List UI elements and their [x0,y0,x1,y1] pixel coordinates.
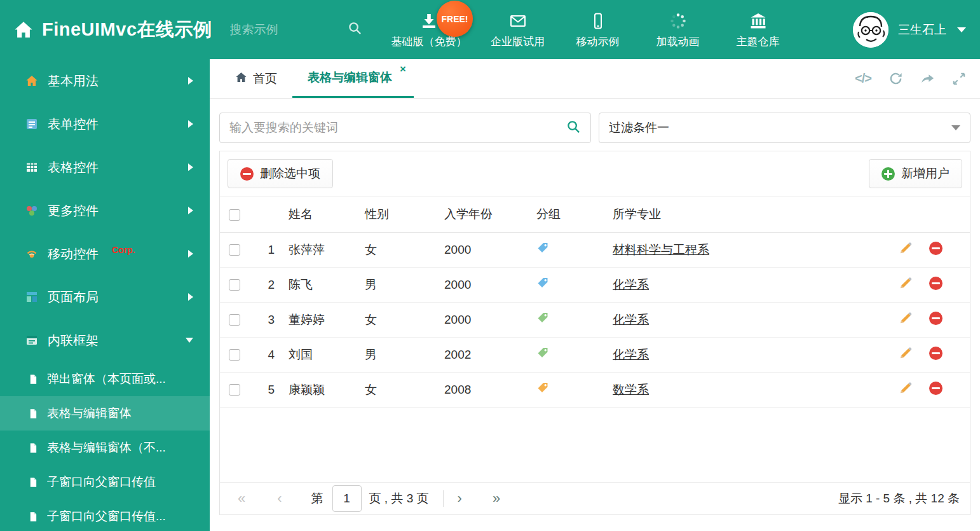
nav-loading-animation[interactable]: 加载动画 [649,11,707,49]
cell-name: 张萍萍 [289,232,365,267]
cell-year: 2000 [444,232,536,267]
delete-icon[interactable] [929,242,943,255]
sidebar-item-iframe[interactable]: 内联框架 [0,319,210,362]
edit-icon[interactable] [899,381,913,395]
column-header-year[interactable]: 入学年份 [444,197,536,232]
delete-icon[interactable] [929,312,943,325]
keyword-search-input[interactable] [229,121,566,135]
tab-actions: </> [855,59,980,98]
column-header-major[interactable]: 所学专业 [613,197,899,232]
next-page-button[interactable]: › [458,492,462,506]
sidebar-subitem-child-to-parent[interactable]: 子窗口向父窗口传值 [0,465,210,499]
row-checkbox[interactable] [229,349,240,361]
edit-icon[interactable] [899,311,913,325]
nav-mobile-demo[interactable]: 移动示例 [569,11,627,49]
chevron-right-icon [188,163,193,171]
row-index: 2 [252,267,289,302]
row-checkbox[interactable] [229,314,240,326]
row-checkbox[interactable] [229,384,240,396]
sidebar-subitem-grid-edit-window[interactable]: 表格与编辑窗体 [0,396,210,431]
delete-icon[interactable] [929,347,943,360]
column-header-name[interactable]: 姓名 [289,197,365,232]
sidebar-subitem-grid-edit-window-2[interactable]: 表格与编辑窗体（不... [0,431,210,465]
chevron-right-icon [188,207,193,214]
nav-label: 企业版试用 [491,34,545,49]
select-all-checkbox[interactable] [229,209,240,221]
cell-name: 陈飞 [289,267,365,302]
nav-enterprise-trial[interactable]: 企业版试用 [489,11,547,49]
user-menu[interactable]: 三生石上 [853,12,966,48]
table-row: 5 康颖颖 女 2008 数学系 [220,372,970,407]
cell-year: 2002 [444,337,536,372]
close-icon[interactable]: × [400,64,406,74]
download-icon [420,11,438,30]
sidebar-subitem-label: 表格与编辑窗体 [47,405,132,422]
row-checkbox[interactable] [229,279,240,291]
avatar [853,12,888,48]
expand-icon[interactable] [952,72,966,86]
cell-year: 2008 [444,372,536,407]
sidebar-subitem-popup-window[interactable]: 弹出窗体（本页面或... [0,362,210,396]
previous-page-button[interactable]: ‹ [277,492,282,506]
nav-label: 移动示例 [576,34,620,49]
delete-icon[interactable] [929,382,943,395]
mobile-icon [589,11,607,30]
sidebar-item-page-layout[interactable]: 页面布局 [0,275,210,319]
column-header-group[interactable]: 分组 [536,197,613,232]
sidebar-item-basic-usage[interactable]: 基本用法 [0,59,210,102]
sidebar-item-more-controls[interactable]: 更多控件 [0,189,210,232]
share-icon[interactable] [920,71,935,86]
page-number-input[interactable] [332,485,362,512]
cell-gender: 男 [365,337,444,372]
major-link[interactable]: 化学系 [613,313,649,326]
chevron-right-icon [188,250,193,258]
row-index: 1 [252,232,289,267]
table-row: 4 刘国 男 2002 化学系 [220,337,970,372]
row-checkbox[interactable] [229,244,240,256]
tab-grid-edit-window[interactable]: 表格与编辑窗体 × [292,59,414,98]
major-link[interactable]: 化学系 [613,278,649,291]
tab-home[interactable]: 首页 [220,59,292,98]
pagination-bar: « ‹ 第 页 , 共 3 页 › » 显示 1 - 5 条 , 共 12 条 [220,482,970,514]
major-link[interactable]: 化学系 [613,348,649,361]
brand[interactable]: FineUIMvc在线示例 [14,17,212,43]
form-icon [25,118,38,130]
table-header-row: 姓名 性别 入学年份 分组 所学专业 [220,197,970,232]
sidebar-item-mobile-controls[interactable]: 移动控件 Corp. [0,232,210,275]
edit-icon[interactable] [899,276,913,290]
delete-icon[interactable] [929,277,943,290]
nav-theme-store[interactable]: 主题仓库 [729,11,787,49]
tag-icon [536,382,549,394]
chevron-right-icon [188,293,193,301]
major-link[interactable]: 数学系 [613,383,649,396]
sidebar-subitem-child-to-parent-2[interactable]: 子窗口向父窗口传值... [0,499,210,531]
sidebar-item-grid-controls[interactable]: 表格控件 [0,146,210,189]
last-page-button[interactable]: » [493,492,500,506]
search-icon[interactable] [348,21,362,38]
keyword-search-box [219,113,591,143]
tag-icon [536,242,549,254]
add-user-button[interactable]: 新增用户 [869,159,962,188]
edit-icon[interactable] [899,346,913,360]
code-icon[interactable]: </> [855,71,871,86]
major-link[interactable]: 材料科学与工程系 [613,243,709,256]
top-search-input[interactable] [230,23,330,37]
page-label: 第 [311,490,323,507]
filter-dropdown[interactable]: 过滤条件一 [599,113,970,143]
panel-empty-space [220,408,970,483]
tab-label: 表格与编辑窗体 [308,69,392,86]
first-page-button[interactable]: « [238,492,245,506]
top-search [230,21,362,38]
sidebar-subitem-label: 子窗口向父窗口传值 [47,474,156,490]
column-header-gender[interactable]: 性别 [365,197,444,232]
refresh-icon[interactable] [888,71,903,86]
cell-gender: 女 [365,232,444,267]
sidebar-item-form-controls[interactable]: 表单控件 [0,102,210,146]
nav-label: 主题仓库 [737,34,780,49]
search-icon[interactable] [566,120,581,137]
edit-icon[interactable] [899,241,913,255]
row-index: 4 [252,337,289,372]
row-index: 5 [252,372,289,407]
delete-selected-button[interactable]: 删除选中项 [228,159,333,188]
grid-panel: 删除选中项 新增用户 [219,151,970,515]
